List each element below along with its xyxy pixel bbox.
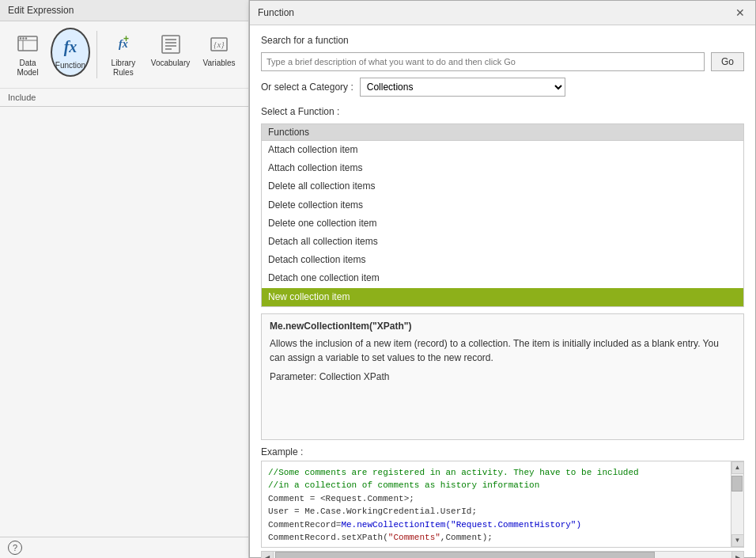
func-name-title: Me.newCollectionItem("XPath")	[270, 321, 735, 332]
library-rules-label: LibraryRules	[112, 59, 136, 78]
svg-point-4	[22, 37, 24, 39]
category-label: Or select a Category :	[261, 82, 353, 93]
function-description-area: Me.newCollectionItem("XPath") Allows the…	[261, 313, 744, 440]
example-code[interactable]: //Some comments are registered in an act…	[262, 461, 731, 547]
search-row: Search for a function	[261, 35, 744, 46]
example-section: Example : //Some comments are registered…	[261, 446, 744, 558]
example-code-wrapper: //Some comments are registered in an act…	[261, 461, 744, 548]
vertical-scrollbar[interactable]: ▲ ▼	[731, 461, 743, 547]
scroll-right-arrow[interactable]: ▶	[731, 551, 744, 558]
vocabulary-label: Vocabulary	[151, 59, 190, 68]
toolbar-item-function[interactable]: fx Function	[51, 28, 90, 77]
function-item-4[interactable]: Delete collection items	[262, 196, 743, 214]
scroll-up-arrow[interactable]: ▲	[731, 461, 744, 474]
scroll-thumb[interactable]	[731, 476, 743, 492]
library-rules-icon: fx +	[111, 32, 136, 57]
include-label: Include	[8, 93, 36, 102]
search-input[interactable]	[261, 52, 705, 71]
horizontal-scrollbar[interactable]: ◀ ▶	[261, 551, 744, 558]
function-item-6[interactable]: Detach all collection items	[262, 233, 743, 251]
code-line-4: User = Me.Case.WorkingCredential.UserId;	[268, 505, 724, 518]
code-line-5: CommentRecord=Me.newCollectionItem("Requ…	[268, 518, 724, 532]
search-input-row: Go	[261, 52, 744, 71]
svg-point-5	[25, 37, 27, 39]
function-item-1[interactable]: Attach collection item	[262, 141, 743, 159]
code-line-2: //in a collection of comments as history…	[268, 479, 724, 492]
toolbar-divider-1	[96, 31, 97, 78]
function-item-7[interactable]: Detach collection items	[262, 251, 743, 269]
function-item-3[interactable]: Delete all collection items	[262, 177, 743, 195]
dialog-title: Function	[258, 7, 294, 18]
function-item-9[interactable]: New collection item	[262, 288, 743, 306]
toolbar-item-library-rules[interactable]: fx + LibraryRules	[104, 28, 143, 82]
scroll-down-arrow[interactable]: ▼	[731, 534, 744, 547]
code-line-1: //Some comments are registered in an act…	[268, 466, 724, 480]
func-description: Allows the inclusion of a new item (reco…	[270, 336, 735, 365]
left-panel: Edit Expression DataModel	[0, 0, 249, 558]
code-line-3: Comment = <Request.Comment>;	[268, 492, 724, 506]
func-parameter: Parameter: Collection XPath	[270, 371, 735, 382]
scroll-track	[731, 474, 743, 534]
toolbar-item-variables[interactable]: {x} Variables	[198, 28, 240, 72]
code-line-7: CommentRecord.setXPath("User",User);	[268, 545, 724, 547]
vocabulary-icon	[158, 32, 183, 57]
scroll-left-arrow[interactable]: ◀	[261, 551, 274, 558]
code-line-6: CommentRecord.setXPath("Comments",Commen…	[268, 531, 724, 545]
data-model-label: DataModel	[17, 59, 38, 78]
svg-text:{x}: {x}	[214, 40, 225, 49]
left-panel-help-icon[interactable]: ?	[8, 541, 22, 555]
svg-rect-6	[162, 36, 180, 53]
function-dialog: Function ✕ Search for a function Go Or s…	[249, 0, 756, 558]
function-item-5[interactable]: Delete one collection item	[262, 214, 743, 233]
variables-label: Variables	[203, 59, 236, 68]
category-row: Or select a Category : Collections Date …	[261, 78, 744, 97]
data-model-icon	[15, 32, 40, 57]
go-button[interactable]: Go	[711, 52, 744, 71]
example-label: Example :	[261, 446, 744, 457]
toolbar: DataModel fx Function fx + LibraryRules	[0, 21, 248, 89]
scroll-thumb-h[interactable]	[275, 552, 655, 558]
left-panel-title: Edit Expression	[0, 0, 248, 21]
dialog-body: Search for a function Go Or select a Cat…	[250, 25, 755, 558]
left-panel-content	[0, 107, 248, 537]
search-label: Search for a function	[261, 35, 349, 46]
function-item-2[interactable]: Attach collection items	[262, 159, 743, 177]
toolbar-item-data-model[interactable]: DataModel	[8, 28, 47, 82]
function-item-8[interactable]: Detach one collection item	[262, 269, 743, 287]
functions-list: Functions Attach collection item Attach …	[261, 123, 744, 307]
dialog-title-bar: Function ✕	[250, 1, 755, 25]
svg-point-3	[20, 37, 21, 39]
functions-header: Functions	[262, 124, 743, 141]
function-icon: fx	[58, 34, 83, 59]
category-select[interactable]: Collections Date Financial General Math …	[360, 78, 565, 97]
toolbar-item-vocabulary[interactable]: Vocabulary	[146, 28, 195, 72]
function-label: Function	[55, 61, 85, 70]
select-function-label: Select a Function :	[261, 106, 744, 117]
variables-icon: {x}	[206, 32, 232, 57]
close-button[interactable]: ✕	[733, 6, 747, 20]
